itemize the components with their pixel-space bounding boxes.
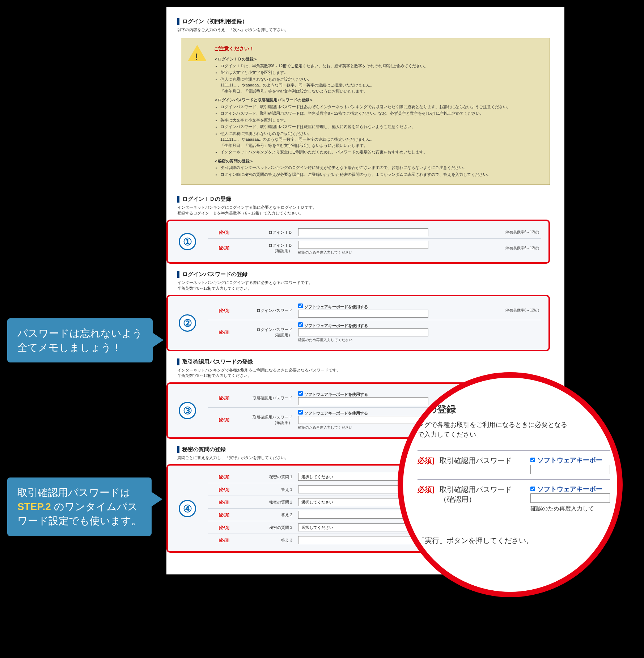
- label-login-id-confirm: ログインＩＤ （確認用）: [233, 243, 295, 254]
- required-label: [必須]: [208, 525, 229, 530]
- notice-list-3: 次回以降のインターネットバンキングのログイン時に答えが必要となる場合がございます…: [220, 165, 543, 177]
- zoom-reenter-note: 確認のため再度入力して: [530, 505, 610, 513]
- login-password-input[interactable]: [298, 310, 428, 318]
- zoom-label-tx-password-confirm: 取引確認用パスワード （確認用）: [440, 485, 525, 504]
- zoom-desc: ングで各種お取引をご利用になるときに必要となる で入力してください。: [418, 420, 610, 440]
- notice-list-2: ログインパスワード、取引確認用パスワードはあおぞらインターネットバンキングでお取…: [220, 104, 543, 155]
- notice-sub3: ＜秘密の質問の登録＞: [214, 158, 543, 164]
- section2-title: ログインパスワードの登録: [177, 271, 554, 278]
- notice-box: ご注意ください！ ＜ログインＩＤの登録＞ ログインＩＤは、半角英数字6～12桁で…: [181, 38, 550, 185]
- zoom-title: ドの登録: [418, 403, 610, 416]
- page-title: ログイン（初回利用登録）: [177, 18, 554, 25]
- notice-sub1: ＜ログインＩＤの登録＞: [214, 56, 543, 62]
- label-login-password: ログインパスワード: [233, 308, 295, 313]
- soft-keyboard-checkbox[interactable]: [298, 391, 303, 396]
- callout-tx-password-step2: 取引確認用パスワードは STEP.2 のワンタイムパス ワード設定でも使います。: [7, 477, 152, 536]
- required-label: [必須]: [208, 330, 229, 335]
- zoom-lens: ドの登録 ングで各種お取引をご利用になるときに必要となる で入力してください。 …: [398, 373, 622, 597]
- hint-login-id: （半角英数字6～12桁）: [503, 230, 541, 235]
- reenter-note: 確認のため再度入力してください: [298, 338, 541, 343]
- hint-login-id-confirm: （半角英数字6～12桁）: [503, 246, 541, 251]
- required-label: [必須]: [208, 230, 229, 235]
- callout-memo-passwords: パスワードは忘れないよう 全てメモしましょう！: [7, 318, 153, 362]
- zoom-tx-password-confirm-input[interactable]: [530, 493, 610, 503]
- section1-desc: インターネットバンキングにログインする際に必要となるログインＩＤです。 登録する…: [177, 205, 554, 216]
- reenter-note: 確認のため再度入力してください: [298, 250, 495, 255]
- step-badge-1: ①: [179, 233, 196, 250]
- frame-login-password: ② [必須] ログインパスワード ソフトウェアキーボードを使用する （半角英数字…: [166, 295, 550, 351]
- label-question-3: 秘密の質問 3: [233, 525, 295, 530]
- login-password-confirm-input[interactable]: [298, 328, 428, 336]
- required-label: [必須]: [208, 395, 229, 401]
- notice-sub2: ＜ログインパスワードと取引確認用パスワードの登録＞: [214, 97, 543, 103]
- label-answer-1: 答え 1: [233, 487, 295, 492]
- section1-title: ログインＩＤの登録: [177, 196, 554, 203]
- answer-3-input[interactable]: [298, 536, 428, 544]
- step-badge-3: ③: [179, 402, 196, 419]
- soft-keyboard-checkbox[interactable]: [298, 410, 303, 415]
- required-label: [必須]: [208, 538, 229, 543]
- tx-password-confirm-input[interactable]: [298, 416, 428, 424]
- notice-title: ご注意ください！: [214, 45, 543, 52]
- label-login-id: ログインＩＤ: [233, 230, 295, 235]
- hint-login-pw: （半角英数字8～12桁）: [503, 308, 541, 313]
- required-label: [必須]: [208, 500, 229, 505]
- page-subtext: 以下の内容をご入力のうえ、「次へ」ボタンを押して下さい。: [177, 27, 554, 33]
- login-id-input[interactable]: [298, 228, 428, 236]
- warning-icon: [188, 45, 207, 61]
- label-answer-3: 答え 3: [233, 538, 295, 543]
- label-tx-password: 取引確認用パスワード: [233, 395, 295, 401]
- soft-keyboard-checkbox[interactable]: [298, 322, 303, 327]
- zoom-tx-password-input[interactable]: [530, 465, 610, 474]
- label-question-1: 秘密の質問 1: [233, 474, 295, 480]
- step2-label: STEP.2: [17, 501, 51, 512]
- section2-desc: インターネットバンキングにログインする際に必要となるパスワードです。 半角英数字…: [177, 280, 554, 291]
- required-label: [必須]: [208, 512, 229, 518]
- step-badge-2: ②: [179, 314, 196, 332]
- label-login-password-confirm: ログインパスワード （確認用）: [233, 327, 295, 338]
- notice-list-1: ログインＩＤは、半角英数字6～12桁でご指定ください。なお、必ず英字と数字をそれ…: [220, 63, 543, 94]
- label-question-2: 秘密の質問 2: [233, 500, 295, 505]
- zoom-soft-keyboard-checkbox[interactable]: [530, 458, 535, 462]
- required-label: [必須]: [208, 245, 229, 251]
- tx-password-input[interactable]: [298, 397, 428, 405]
- label-tx-password-confirm: 取引確認用パスワード （確認用）: [233, 415, 295, 425]
- required-label: [必須]: [208, 417, 229, 423]
- frame-login-id: ① [必須] ログインＩＤ （半角英数字6～12桁） [必須] ログインＩＤ （…: [166, 220, 550, 264]
- required-label: [必須]: [208, 308, 229, 313]
- label-answer-2: 答え 2: [233, 512, 295, 518]
- soft-keyboard-checkbox[interactable]: [298, 303, 303, 308]
- login-id-confirm-input[interactable]: [298, 241, 428, 249]
- zoom-required: 必須]: [418, 456, 435, 466]
- zoom-footer: 「実行」ボタンを押してください。: [418, 536, 610, 545]
- zoom-content: ドの登録 ングで各種お取引をご利用になるときに必要となる で入力してください。 …: [418, 403, 610, 545]
- zoom-required: 必須]: [418, 485, 435, 494]
- zoom-label-tx-password: 取引確認用パスワード: [440, 456, 525, 466]
- zoom-soft-keyboard-checkbox[interactable]: [530, 487, 535, 491]
- required-label: [必須]: [208, 487, 229, 492]
- required-label: [必須]: [208, 474, 229, 480]
- section3-title: 取引確認用パスワードの登録: [177, 358, 554, 365]
- step-badge-4: ④: [179, 500, 196, 517]
